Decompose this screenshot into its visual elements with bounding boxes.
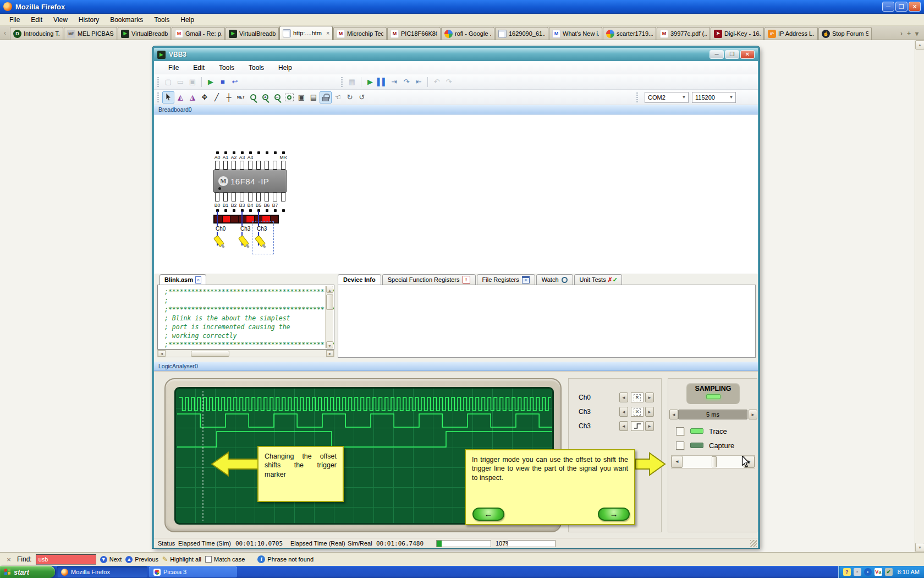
tab-device-info[interactable]: Device Info — [338, 274, 381, 285]
vbb3-maximize-button[interactable]: ❐ — [725, 50, 739, 59]
callout-forward-button[interactable]: → — [598, 508, 630, 521]
channel-prev-icon[interactable]: ◄ — [619, 392, 628, 402]
baud-rate-select[interactable]: 115200▼ — [692, 92, 736, 103]
code-vertical-scrollbar[interactable]: ▲ ▼ — [325, 286, 333, 348]
rate-decrease-button[interactable]: ◄ — [669, 410, 678, 419]
browser-tab-10[interactable]: MWhat's New i... — [549, 27, 602, 40]
channel-mode-button[interactable]: ✕ — [631, 392, 644, 402]
rotate-cw-icon[interactable]: ↻ — [344, 91, 356, 103]
browser-tab-5[interactable]: http:....htm× — [279, 26, 333, 40]
vbb-menu-file-0[interactable]: File — [162, 62, 185, 73]
mirror-left-icon[interactable]: ◭ — [174, 91, 186, 103]
highlight-all-button[interactable]: ✎ Highlight all — [162, 555, 201, 563]
browser-tab-4[interactable]: ▶VirtualBreadb... — [226, 27, 279, 40]
channel-next-icon[interactable]: ► — [645, 392, 654, 402]
bluetooth-tray-icon[interactable]: ‹ — [864, 568, 872, 576]
start-button[interactable]: start — [0, 566, 55, 578]
code-horizontal-scrollbar[interactable]: ◄ ► — [157, 350, 334, 357]
code-hscroll-thumb[interactable] — [191, 351, 229, 357]
chip-pin[interactable] — [240, 193, 244, 201]
browser-tab-11[interactable]: scarter1719... — [603, 27, 656, 40]
code-scroll-left-icon[interactable]: ◄ — [158, 350, 166, 357]
debug-run-icon[interactable]: ▶ — [364, 76, 376, 88]
tab-blink-asm[interactable]: Blink.asm a — [160, 274, 206, 285]
close-button[interactable]: ✕ — [909, 2, 921, 12]
code-scroll-up-icon[interactable]: ▲ — [326, 286, 333, 293]
vbb-menu-help-4[interactable]: Help — [272, 62, 299, 73]
code-scroll-right-icon[interactable]: ► — [326, 350, 334, 357]
chip-16f84[interactable]: M 16F84 -IP A0B0A1B1A2B2A3B3A4B4B5B6B7MR… — [213, 150, 293, 265]
net-icon[interactable]: NET — [235, 91, 247, 103]
callout-back-button[interactable]: ← — [472, 508, 504, 521]
taskbar-button-picasa[interactable]: Picasa 3 — [149, 566, 237, 577]
new-tab-button[interactable]: + — [907, 30, 911, 37]
menu-view[interactable]: View — [48, 15, 73, 25]
tab-scroll-left-button[interactable]: ‹ — [0, 26, 10, 40]
device-tray-icon[interactable]: ▫ — [854, 568, 861, 576]
sample-rate-slider[interactable]: 5 ms — [678, 410, 747, 419]
chip-pin[interactable] — [265, 193, 269, 201]
menu-history[interactable]: History — [74, 15, 104, 25]
antivirus-tray-icon[interactable]: Va — [875, 568, 882, 576]
vbb3-close-button[interactable]: ✕ — [740, 50, 755, 59]
browser-tab-8[interactable]: rofl - Google ... — [441, 27, 494, 40]
pin-node-top[interactable] — [241, 151, 244, 154]
stop-icon[interactable]: ■ — [217, 76, 229, 88]
pin-node-bottom[interactable] — [274, 209, 277, 212]
match-case-checkbox[interactable] — [205, 556, 212, 563]
browser-tab-12[interactable]: M39977c.pdf (... — [657, 27, 710, 40]
zoom-in-icon[interactable]: + — [259, 91, 271, 103]
zoom-out-icon[interactable]: − — [271, 91, 283, 103]
menu-bookmarks[interactable]: Bookmarks — [105, 15, 148, 25]
pin-node-top[interactable] — [282, 151, 285, 154]
pin-node-bottom[interactable] — [282, 209, 285, 212]
redo-icon[interactable]: ↷ — [443, 76, 455, 88]
chip-body[interactable]: M 16F84 -IP — [213, 170, 287, 193]
find-next-button[interactable]: ▼ Next — [100, 556, 122, 563]
pin-node-top[interactable] — [224, 151, 227, 154]
match-case-option[interactable]: Match case — [205, 556, 245, 563]
resize-grip[interactable] — [750, 540, 757, 547]
chip-pin[interactable] — [281, 161, 285, 170]
breakpoints-icon[interactable]: ▦ — [346, 76, 358, 88]
run-icon[interactable]: ▶ — [205, 76, 217, 88]
code-scroll-down-icon[interactable]: ▼ — [326, 341, 333, 348]
scroll-down-icon[interactable]: ▼ — [915, 543, 924, 552]
tab-unit-tests[interactable]: Unit Tests✗✓ — [574, 274, 622, 285]
browser-tab-3[interactable]: MGmail - Re: p... — [172, 27, 225, 40]
menu-help[interactable]: Help — [175, 15, 199, 25]
step-out-icon[interactable]: ⇤ — [413, 76, 425, 88]
trace-checkbox[interactable] — [676, 427, 684, 435]
chip-pin[interactable] — [281, 193, 285, 201]
rate-increase-button[interactable]: ► — [749, 410, 757, 419]
reset-icon[interactable]: ↩ — [229, 76, 241, 88]
shield-tray-icon[interactable]: ✔ — [885, 568, 893, 576]
restore-button[interactable]: ❐ — [895, 2, 908, 12]
breadboard-canvas[interactable]: M 16F84 -IP A0B0A1B1A2B2A3B3A4B4B5B6B7MR… — [154, 114, 758, 274]
menu-tools[interactable]: Tools — [149, 15, 174, 25]
chip-pin[interactable] — [248, 193, 252, 201]
tab-special-function-registers[interactable]: Special Function Registers! — [382, 274, 476, 285]
help-tray-icon[interactable]: ? — [843, 568, 851, 576]
chip-pin[interactable] — [232, 193, 236, 201]
pin-node-top[interactable] — [216, 151, 219, 154]
channel-mode-button[interactable]: ✕ — [631, 407, 644, 417]
browser-tab-1[interactable]: MEMEL PICBASI... — [64, 27, 117, 40]
browser-tab-9[interactable]: 1629090_61... — [495, 27, 548, 40]
menu-file[interactable]: File — [4, 15, 25, 25]
undo-icon[interactable]: ↶ — [431, 76, 443, 88]
page-scrollbar[interactable]: ▲ ▼ — [915, 40, 924, 552]
chip-pin[interactable] — [273, 161, 277, 170]
pause-icon[interactable]: ▌▌ — [376, 76, 388, 88]
pin-node-bottom[interactable] — [224, 209, 227, 212]
find-close-icon[interactable]: × — [4, 555, 13, 564]
logic-analyser-pane-header[interactable]: LogicAnalyser0 — [154, 362, 758, 371]
tab-watch[interactable]: Watch — [536, 274, 573, 285]
vbb-menu-tools-2[interactable]: Tools — [212, 62, 241, 73]
package-icon[interactable]: ▤ — [307, 91, 320, 103]
find-input[interactable] — [36, 554, 96, 565]
pin-node-bottom[interactable] — [249, 209, 252, 212]
channel-mode-button[interactable] — [631, 421, 644, 431]
offset-thumb[interactable] — [712, 456, 717, 467]
chip-pin[interactable] — [232, 161, 236, 170]
